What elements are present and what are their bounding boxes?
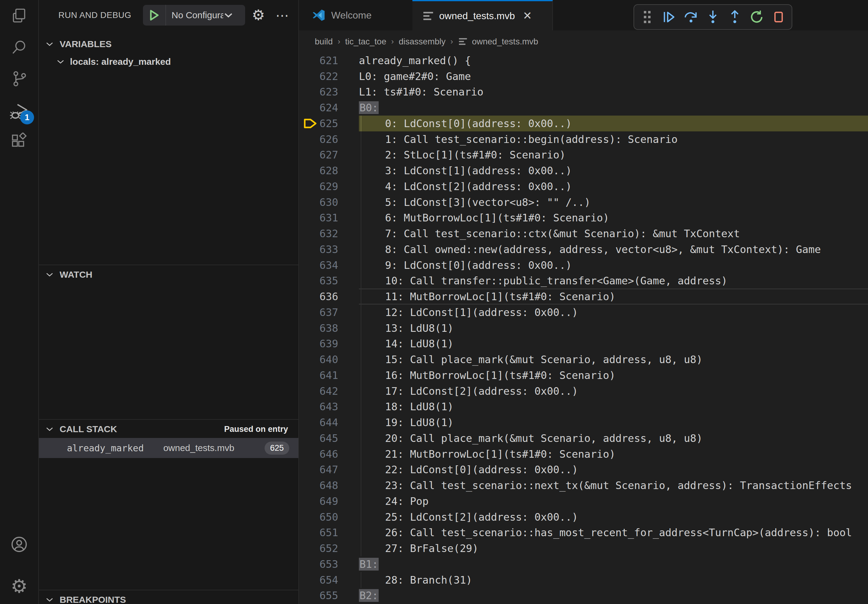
breadcrumb-item[interactable]: tic_tac_toe (345, 37, 386, 46)
line-number[interactable]: 645 (299, 432, 338, 444)
continue-button[interactable] (660, 9, 677, 26)
line-number[interactable]: 628 (299, 164, 338, 177)
extensions-icon[interactable] (0, 125, 38, 157)
code-line[interactable]: 6283: LdConst[1](address: 0x00..) (299, 163, 868, 178)
call-stack-frame-row[interactable]: already_markedowned_tests.mvb625 (39, 438, 298, 458)
code-line[interactable]: 64419: LdU8(1) (299, 415, 868, 431)
breakpoints-section-header[interactable]: BREAKPOINTS (39, 590, 298, 604)
line-number[interactable]: 649 (299, 495, 338, 507)
code-line[interactable]: 65025: LdConst[2](address: 0x00..) (299, 509, 868, 525)
code-line[interactable]: 63813: LdU8(1) (299, 320, 868, 336)
line-number[interactable]: 621 (299, 54, 338, 67)
code-line[interactable]: 6327: Call test_scenario::ctx(&mut Scena… (299, 226, 868, 242)
line-number[interactable]: 655 (299, 589, 338, 602)
code-line[interactable]: 64722: LdConst[0](address: 0x00..) (299, 462, 868, 478)
line-number[interactable]: 654 (299, 574, 338, 586)
code-line[interactable]: 6305: LdConst[3](vector<u8>: "" /..) (299, 194, 868, 210)
code-line[interactable]: 6338: Call owned::new(address, address, … (299, 242, 868, 257)
line-number[interactable]: 652 (299, 542, 338, 554)
run-and-debug-icon[interactable]: 1 (0, 96, 38, 127)
explorer-icon[interactable] (0, 0, 38, 32)
line-number[interactable]: 635 (299, 275, 338, 287)
line-number[interactable]: 638 (299, 322, 338, 334)
stop-button[interactable] (770, 9, 787, 26)
code-line[interactable]: 6294: LdConst[2](address: 0x00..) (299, 178, 868, 194)
line-number[interactable]: 632 (299, 228, 338, 240)
code-line[interactable]: 64217: LdConst[2](address: 0x00..) (299, 383, 868, 399)
code-line[interactable]: 6261: Call test_scenario::begin(address)… (299, 132, 868, 147)
line-number[interactable]: 637 (299, 306, 338, 318)
code-line[interactable]: 64924: Pop (299, 493, 868, 509)
code-line[interactable]: 63712: LdConst[1](address: 0x00..) (299, 304, 868, 320)
code-line[interactable]: 6349: LdConst[0](address: 0x00..) (299, 257, 868, 273)
account-icon[interactable] (0, 528, 38, 560)
more-actions-button[interactable]: ⋯ (276, 0, 290, 30)
code-line[interactable]: 655B2: (299, 588, 868, 604)
line-number[interactable]: 639 (299, 338, 338, 350)
code-line[interactable]: 624B0: (299, 100, 868, 116)
step-out-button[interactable] (726, 9, 743, 26)
code-line[interactable]: 64318: LdU8(1) (299, 399, 868, 415)
line-number[interactable]: 626 (299, 133, 338, 146)
code-line[interactable]: 65126: Call test_scenario::has_most_rece… (299, 525, 868, 541)
line-number[interactable]: 633 (299, 243, 338, 256)
line-number[interactable]: 642 (299, 385, 338, 397)
code-line[interactable]: 621already_marked() { (299, 53, 868, 68)
code-line[interactable]: 623L1: ts#1#0: Scenario (299, 84, 868, 100)
variables-section-header[interactable]: VARIABLES (39, 35, 298, 54)
line-number[interactable]: 629 (299, 180, 338, 192)
code-line[interactable]: 63611: MutBorrowLoc[1](ts#1#0: Scenario) (299, 289, 868, 304)
breadcrumb-item[interactable]: build (315, 37, 333, 46)
line-number[interactable]: 653 (299, 558, 338, 570)
search-icon[interactable] (0, 31, 38, 63)
call-stack-section-header[interactable]: CALL STACK Paused on entry (39, 419, 298, 438)
code-line[interactable]: 64116: MutBorrowLoc[1](ts#1#0: Scenario) (299, 367, 868, 383)
code-line[interactable]: 622L0: game#2#0: Game (299, 68, 868, 84)
line-number[interactable]: 627 (299, 149, 338, 161)
code-line[interactable]: 64520: Call place_mark(&mut Scenario, ad… (299, 431, 868, 446)
editor-code-area[interactable]: 621already_marked() {622L0: game#2#0: Ga… (299, 53, 868, 604)
step-into-button[interactable] (704, 9, 721, 26)
code-line[interactable]: 64621: MutBorrowLoc[1](ts#1#0: Scenario) (299, 446, 868, 462)
breadcrumb-item[interactable]: disassembly (399, 37, 446, 46)
tab-owned-tests[interactable]: owned_tests.mvb ✕ (412, 0, 553, 30)
line-number[interactable]: 648 (299, 479, 338, 491)
code-line[interactable]: 64823: Call test_scenario::next_tx(&mut … (299, 477, 868, 493)
breadcrumb-item[interactable]: owned_tests.mvb (472, 37, 538, 46)
line-number[interactable]: 643 (299, 401, 338, 413)
line-number[interactable]: 644 (299, 417, 338, 429)
locals-scope-row[interactable]: locals: already_marked (39, 52, 298, 71)
line-number[interactable]: 646 (299, 448, 338, 460)
close-tab-icon[interactable]: ✕ (523, 9, 532, 22)
tab-welcome[interactable]: Welcome (299, 0, 412, 30)
line-number[interactable]: 622 (299, 70, 338, 82)
line-number[interactable]: 634 (299, 259, 338, 271)
line-number[interactable]: 640 (299, 353, 338, 365)
line-number[interactable]: 623 (299, 86, 338, 98)
step-over-button[interactable] (682, 9, 699, 26)
watch-section-header[interactable]: WATCH (39, 265, 298, 284)
toolbar-drag-grip[interactable] (639, 9, 656, 26)
launch-configuration-dropdown[interactable]: No Configura (143, 5, 245, 26)
code-line[interactable]: 63914: LdU8(1) (299, 336, 868, 352)
line-number[interactable]: 636 (299, 290, 338, 303)
code-line[interactable]: 6272: StLoc[1](ts#1#0: Scenario) (299, 147, 868, 163)
line-number[interactable]: 631 (299, 212, 338, 224)
line-number[interactable]: 647 (299, 463, 338, 475)
code-line[interactable]: 6250: LdConst[0](address: 0x00..) (299, 116, 868, 132)
code-line[interactable]: 64015: Call place_mark(&mut Scenario, ad… (299, 352, 868, 367)
code-line[interactable]: 65227: BrFalse(29) (299, 541, 868, 556)
restart-button[interactable] (748, 9, 765, 26)
line-number[interactable]: 651 (299, 527, 338, 539)
code-line[interactable]: 63510: Call transfer::public_transfer<Ga… (299, 273, 868, 289)
start-debugging-button[interactable] (143, 5, 166, 26)
code-line[interactable]: 65428: Branch(31) (299, 572, 868, 588)
line-number[interactable]: 641 (299, 369, 338, 381)
source-control-icon[interactable] (0, 63, 38, 94)
debug-settings-gear[interactable]: ⚙ (252, 0, 265, 30)
line-number[interactable]: 630 (299, 196, 338, 208)
settings-gear-icon[interactable]: ⚙ (0, 570, 38, 602)
code-line[interactable]: 6316: MutBorrowLoc[1](ts#1#0: Scenario) (299, 210, 868, 226)
line-number[interactable]: 650 (299, 511, 338, 523)
code-line[interactable]: 653B1: (299, 556, 868, 572)
